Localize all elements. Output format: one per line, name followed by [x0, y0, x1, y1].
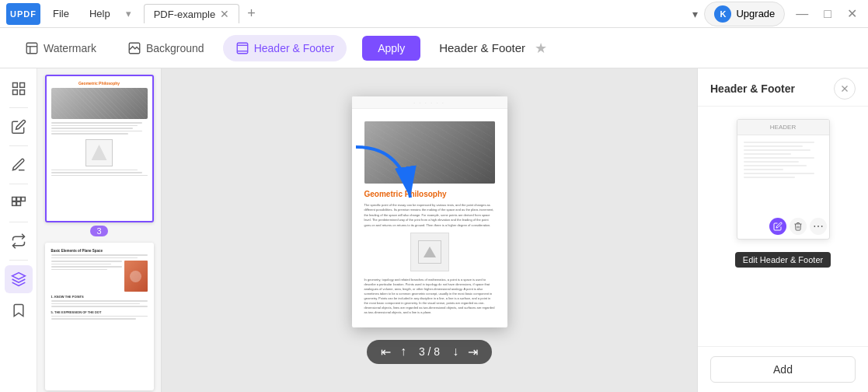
upgrade-label: Upgrade	[736, 8, 775, 19]
close-button[interactable]: ✕	[842, 5, 862, 23]
doc-text-1: The specific point of the essay can be e…	[364, 203, 495, 228]
left-sidebar	[0, 68, 37, 392]
tab-bar: PDF-example ✕ +	[144, 2, 687, 25]
sidebar-icon-pages[interactable]	[5, 75, 33, 103]
template-actions: ⋯	[769, 218, 827, 235]
header-footer-icon	[235, 41, 249, 55]
upgrade-button[interactable]: K Upgrade	[704, 2, 785, 26]
page-navigation: ⇤ ↑ 3 / 8 ↓ ⇥	[367, 340, 492, 364]
svg-rect-15	[16, 201, 20, 205]
annotate-icon	[11, 157, 26, 173]
sidebar-divider-5	[9, 260, 28, 261]
sidebar-divider-3	[9, 184, 28, 184]
svg-rect-11	[12, 198, 16, 201]
menu-help[interactable]: Help	[80, 5, 120, 23]
tab-pdf-example[interactable]: PDF-example ✕	[144, 4, 239, 23]
sidebar-icon-edit[interactable]	[5, 113, 33, 141]
avatar: K	[714, 5, 731, 23]
doc-title: Geometric Philosophy	[364, 190, 495, 198]
svg-rect-7	[12, 83, 17, 88]
background-tool[interactable]: Background	[115, 35, 217, 61]
edit-template-button[interactable]	[769, 218, 786, 235]
watermark-icon	[25, 41, 39, 55]
delete-template-button[interactable]	[790, 218, 807, 235]
svg-rect-8	[19, 83, 24, 88]
watermark-label: Watermark	[44, 42, 96, 54]
maximize-button[interactable]: □	[819, 5, 836, 23]
add-button[interactable]: Add	[710, 356, 856, 383]
tab-label: PDF-example	[154, 9, 215, 20]
background-label: Background	[146, 42, 204, 54]
doc-header-image	[364, 121, 495, 184]
organize-icon	[11, 195, 26, 211]
thumb-num-3: 3	[90, 226, 107, 236]
template-body	[737, 135, 829, 187]
layers-icon	[11, 271, 26, 287]
remove-panel-button[interactable]	[834, 78, 856, 100]
right-panel-body: HEADER	[698, 107, 868, 346]
sidebar-icon-convert[interactable]	[5, 227, 33, 255]
svg-rect-10	[19, 90, 24, 95]
thumbnail-page-4[interactable]: Basic Elements of Plane Space	[44, 243, 155, 390]
tabs-dropdown-icon[interactable]: ▾	[689, 5, 701, 23]
edit-icon	[11, 119, 26, 135]
first-page-button[interactable]: ⇤	[378, 345, 394, 359]
svg-marker-16	[12, 273, 25, 279]
titlebar-right: K Upgrade — □ ✕	[704, 2, 862, 26]
titlebar: UPDF File Help ▾ PDF-example ✕ + ▾ K Upg…	[0, 0, 868, 28]
minimize-button[interactable]: —	[791, 5, 813, 23]
svg-rect-12	[16, 198, 20, 201]
sidebar-icon-annotate[interactable]	[5, 151, 33, 179]
sidebar-divider-1	[9, 107, 28, 108]
sidebar-icon-layers[interactable]	[5, 265, 33, 293]
right-panel: Header & Footer HEADER	[697, 68, 868, 392]
right-panel-title: Header & Footer	[710, 82, 795, 95]
doc-small-image	[410, 233, 449, 271]
tab-arrow-icon[interactable]: ▾	[123, 8, 134, 19]
bookmark-icon	[11, 303, 26, 318]
menu-file[interactable]: File	[44, 5, 78, 23]
thumbnail-page-3[interactable]: Geometric Philosophy	[44, 75, 155, 236]
menu-bar: File Help	[44, 5, 120, 23]
svg-rect-14	[12, 201, 16, 205]
right-panel-header: Header & Footer	[698, 68, 868, 107]
toolbar: Watermark Background Header & Footer App…	[0, 28, 868, 68]
convert-icon	[11, 233, 26, 249]
edit-tooltip: Edit Header & Footer	[735, 252, 831, 268]
svg-rect-4	[237, 43, 248, 54]
more-icon: ⋯	[813, 221, 824, 232]
last-page-button[interactable]: ⇥	[465, 345, 481, 359]
header-footer-tool[interactable]: Header & Footer	[223, 35, 347, 61]
sidebar-icon-bookmark[interactable]	[5, 296, 33, 324]
svg-rect-13	[21, 198, 25, 201]
sidebar-icon-organize[interactable]	[5, 189, 33, 217]
app-logo: UPDF	[6, 3, 40, 25]
watermark-tool[interactable]: Watermark	[12, 35, 109, 61]
background-icon	[127, 41, 141, 55]
center-content: · · · · · · Geometric Philosophy The spe…	[162, 68, 697, 392]
doc-text-2: In geometry, topology and related branch…	[364, 278, 495, 315]
sidebar-divider-4	[9, 222, 28, 222]
thumbnails-panel: Geometric Philosophy	[37, 68, 162, 392]
right-panel-footer: Add	[698, 346, 868, 392]
pages-icon	[11, 81, 26, 96]
header-footer-label: Header & Footer	[254, 42, 335, 54]
thumb-img-3: Geometric Philosophy	[45, 75, 154, 222]
remove-icon	[839, 83, 850, 94]
more-options-button[interactable]: ⋯	[810, 218, 827, 235]
next-page-button[interactable]: ↓	[449, 345, 462, 359]
favorite-button[interactable]: ★	[535, 40, 547, 57]
thumb-img-4: Basic Elements of Plane Space	[45, 243, 154, 390]
page-indicator: 3 / 8	[413, 345, 446, 358]
template-header: HEADER	[737, 120, 829, 135]
prev-page-button[interactable]: ↑	[397, 345, 410, 359]
apply-button[interactable]: Apply	[362, 36, 420, 61]
edit-icon	[773, 222, 783, 231]
template-header-text: HEADER	[770, 124, 796, 131]
trash-icon	[793, 222, 803, 231]
tab-close-icon[interactable]: ✕	[220, 8, 229, 20]
panel-title: Header & Footer	[439, 41, 525, 54]
new-tab-button[interactable]: +	[239, 2, 263, 25]
svg-rect-9	[12, 90, 17, 95]
main-area: Geometric Philosophy	[0, 68, 868, 392]
